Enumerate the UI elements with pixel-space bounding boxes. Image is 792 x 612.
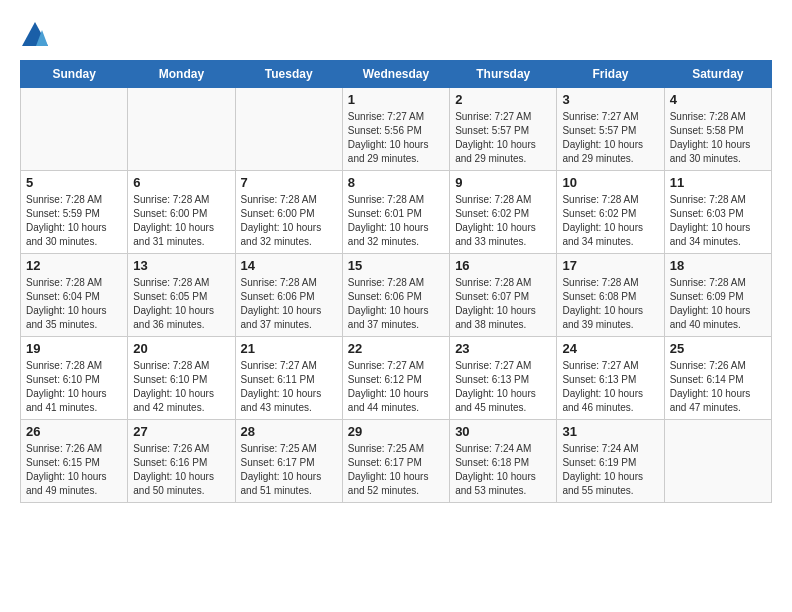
calendar-cell [21,88,128,171]
day-info: Sunrise: 7:28 AM Sunset: 6:04 PM Dayligh… [26,276,122,332]
day-number: 19 [26,341,122,356]
day-info: Sunrise: 7:25 AM Sunset: 6:17 PM Dayligh… [241,442,337,498]
calendar-cell: 19Sunrise: 7:28 AM Sunset: 6:10 PM Dayli… [21,337,128,420]
day-number: 24 [562,341,658,356]
calendar-cell [128,88,235,171]
calendar-cell: 28Sunrise: 7:25 AM Sunset: 6:17 PM Dayli… [235,420,342,503]
calendar-header-row: SundayMondayTuesdayWednesdayThursdayFrid… [21,61,772,88]
day-info: Sunrise: 7:28 AM Sunset: 6:07 PM Dayligh… [455,276,551,332]
calendar-cell: 4Sunrise: 7:28 AM Sunset: 5:58 PM Daylig… [664,88,771,171]
day-number: 5 [26,175,122,190]
day-number: 11 [670,175,766,190]
day-number: 22 [348,341,444,356]
day-of-week-header: Monday [128,61,235,88]
day-number: 31 [562,424,658,439]
calendar-cell: 13Sunrise: 7:28 AM Sunset: 6:05 PM Dayli… [128,254,235,337]
day-info: Sunrise: 7:27 AM Sunset: 5:57 PM Dayligh… [455,110,551,166]
calendar-cell: 7Sunrise: 7:28 AM Sunset: 6:00 PM Daylig… [235,171,342,254]
day-info: Sunrise: 7:28 AM Sunset: 6:10 PM Dayligh… [26,359,122,415]
calendar-cell [235,88,342,171]
day-info: Sunrise: 7:28 AM Sunset: 6:06 PM Dayligh… [241,276,337,332]
calendar-cell: 24Sunrise: 7:27 AM Sunset: 6:13 PM Dayli… [557,337,664,420]
day-number: 30 [455,424,551,439]
day-info: Sunrise: 7:28 AM Sunset: 5:58 PM Dayligh… [670,110,766,166]
calendar-week-row: 1Sunrise: 7:27 AM Sunset: 5:56 PM Daylig… [21,88,772,171]
logo-icon [20,20,50,50]
calendar-cell: 3Sunrise: 7:27 AM Sunset: 5:57 PM Daylig… [557,88,664,171]
day-info: Sunrise: 7:28 AM Sunset: 6:02 PM Dayligh… [562,193,658,249]
calendar-cell: 21Sunrise: 7:27 AM Sunset: 6:11 PM Dayli… [235,337,342,420]
day-info: Sunrise: 7:26 AM Sunset: 6:14 PM Dayligh… [670,359,766,415]
calendar-cell: 17Sunrise: 7:28 AM Sunset: 6:08 PM Dayli… [557,254,664,337]
day-number: 12 [26,258,122,273]
day-info: Sunrise: 7:28 AM Sunset: 6:10 PM Dayligh… [133,359,229,415]
day-info: Sunrise: 7:28 AM Sunset: 6:03 PM Dayligh… [670,193,766,249]
day-number: 4 [670,92,766,107]
calendar-cell [664,420,771,503]
day-of-week-header: Wednesday [342,61,449,88]
calendar-cell: 23Sunrise: 7:27 AM Sunset: 6:13 PM Dayli… [450,337,557,420]
day-info: Sunrise: 7:24 AM Sunset: 6:19 PM Dayligh… [562,442,658,498]
calendar-cell: 31Sunrise: 7:24 AM Sunset: 6:19 PM Dayli… [557,420,664,503]
day-number: 21 [241,341,337,356]
day-info: Sunrise: 7:28 AM Sunset: 5:59 PM Dayligh… [26,193,122,249]
calendar-cell: 16Sunrise: 7:28 AM Sunset: 6:07 PM Dayli… [450,254,557,337]
logo [20,20,54,50]
calendar-cell: 8Sunrise: 7:28 AM Sunset: 6:01 PM Daylig… [342,171,449,254]
day-info: Sunrise: 7:27 AM Sunset: 6:11 PM Dayligh… [241,359,337,415]
day-info: Sunrise: 7:26 AM Sunset: 6:16 PM Dayligh… [133,442,229,498]
calendar-cell: 5Sunrise: 7:28 AM Sunset: 5:59 PM Daylig… [21,171,128,254]
day-number: 25 [670,341,766,356]
calendar-cell: 25Sunrise: 7:26 AM Sunset: 6:14 PM Dayli… [664,337,771,420]
day-info: Sunrise: 7:27 AM Sunset: 5:57 PM Dayligh… [562,110,658,166]
day-of-week-header: Saturday [664,61,771,88]
calendar-table: SundayMondayTuesdayWednesdayThursdayFrid… [20,60,772,503]
day-number: 13 [133,258,229,273]
day-of-week-header: Tuesday [235,61,342,88]
day-number: 28 [241,424,337,439]
day-info: Sunrise: 7:28 AM Sunset: 6:09 PM Dayligh… [670,276,766,332]
calendar-cell: 11Sunrise: 7:28 AM Sunset: 6:03 PM Dayli… [664,171,771,254]
calendar-cell: 10Sunrise: 7:28 AM Sunset: 6:02 PM Dayli… [557,171,664,254]
day-info: Sunrise: 7:27 AM Sunset: 5:56 PM Dayligh… [348,110,444,166]
calendar-cell: 30Sunrise: 7:24 AM Sunset: 6:18 PM Dayli… [450,420,557,503]
day-info: Sunrise: 7:28 AM Sunset: 6:06 PM Dayligh… [348,276,444,332]
day-number: 29 [348,424,444,439]
calendar-cell: 6Sunrise: 7:28 AM Sunset: 6:00 PM Daylig… [128,171,235,254]
calendar-cell: 20Sunrise: 7:28 AM Sunset: 6:10 PM Dayli… [128,337,235,420]
page-header [20,20,772,50]
day-number: 2 [455,92,551,107]
day-number: 8 [348,175,444,190]
day-info: Sunrise: 7:27 AM Sunset: 6:13 PM Dayligh… [562,359,658,415]
calendar-week-row: 12Sunrise: 7:28 AM Sunset: 6:04 PM Dayli… [21,254,772,337]
calendar-week-row: 5Sunrise: 7:28 AM Sunset: 5:59 PM Daylig… [21,171,772,254]
day-number: 6 [133,175,229,190]
day-info: Sunrise: 7:28 AM Sunset: 6:08 PM Dayligh… [562,276,658,332]
calendar-cell: 2Sunrise: 7:27 AM Sunset: 5:57 PM Daylig… [450,88,557,171]
day-number: 17 [562,258,658,273]
day-info: Sunrise: 7:28 AM Sunset: 6:05 PM Dayligh… [133,276,229,332]
calendar-week-row: 26Sunrise: 7:26 AM Sunset: 6:15 PM Dayli… [21,420,772,503]
calendar-cell: 1Sunrise: 7:27 AM Sunset: 5:56 PM Daylig… [342,88,449,171]
calendar-cell: 12Sunrise: 7:28 AM Sunset: 6:04 PM Dayli… [21,254,128,337]
calendar-cell: 14Sunrise: 7:28 AM Sunset: 6:06 PM Dayli… [235,254,342,337]
day-number: 7 [241,175,337,190]
calendar-cell: 15Sunrise: 7:28 AM Sunset: 6:06 PM Dayli… [342,254,449,337]
day-of-week-header: Sunday [21,61,128,88]
day-number: 18 [670,258,766,273]
day-info: Sunrise: 7:28 AM Sunset: 6:00 PM Dayligh… [133,193,229,249]
day-number: 14 [241,258,337,273]
calendar-week-row: 19Sunrise: 7:28 AM Sunset: 6:10 PM Dayli… [21,337,772,420]
calendar-cell: 9Sunrise: 7:28 AM Sunset: 6:02 PM Daylig… [450,171,557,254]
day-info: Sunrise: 7:27 AM Sunset: 6:13 PM Dayligh… [455,359,551,415]
calendar-cell: 22Sunrise: 7:27 AM Sunset: 6:12 PM Dayli… [342,337,449,420]
day-number: 15 [348,258,444,273]
day-of-week-header: Friday [557,61,664,88]
day-info: Sunrise: 7:26 AM Sunset: 6:15 PM Dayligh… [26,442,122,498]
day-number: 1 [348,92,444,107]
calendar-cell: 29Sunrise: 7:25 AM Sunset: 6:17 PM Dayli… [342,420,449,503]
day-number: 26 [26,424,122,439]
day-info: Sunrise: 7:25 AM Sunset: 6:17 PM Dayligh… [348,442,444,498]
day-info: Sunrise: 7:28 AM Sunset: 6:01 PM Dayligh… [348,193,444,249]
day-info: Sunrise: 7:24 AM Sunset: 6:18 PM Dayligh… [455,442,551,498]
